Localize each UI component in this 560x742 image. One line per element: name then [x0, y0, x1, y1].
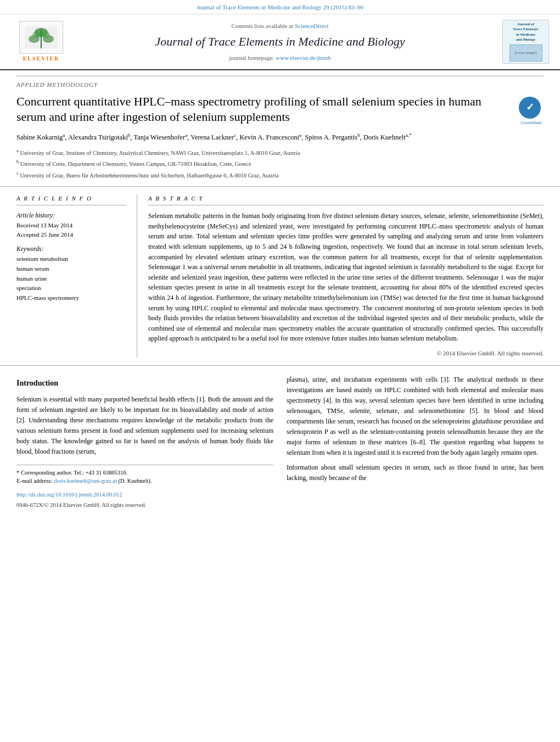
- footnote-section: * Corresponding author. Tel.: +43 31 638…: [16, 465, 273, 486]
- corresponding-note: * Corresponding author. Tel.: +43 31 638…: [16, 468, 273, 477]
- svg-point-6: [40, 31, 50, 38]
- article-info-label: A R T I C L E I N F O: [16, 194, 127, 205]
- journal-title: Journal of Trace Elements in Medicine an…: [71, 34, 489, 51]
- intro-paragraph-1: Selenium is essential with many purporte…: [16, 394, 273, 457]
- elsevier-logo-area: ELSEVIER: [11, 21, 71, 63]
- introduction-heading: Introduction: [16, 378, 273, 389]
- affiliation-b: b University of Crete, Department of Che…: [16, 158, 544, 168]
- abstract-column: A B S T R A C T Selenium metabolic patte…: [137, 194, 544, 358]
- keywords-label: Keywords:: [16, 244, 127, 253]
- keyword-1: selenium metabolism: [16, 254, 127, 264]
- intro-paragraph-2: plasma), urine, and incubation experimen…: [287, 375, 544, 458]
- keywords-list: selenium metabolism human serum human ur…: [16, 254, 127, 303]
- body-left-col: Introduction Selenium is essential with …: [16, 375, 273, 509]
- doi-url[interactable]: http://dx.doi.org/10.1016/j.jtemb.2014.0…: [16, 492, 122, 498]
- journal-header: ELSEVIER Contents lists available at Sci…: [0, 14, 560, 70]
- journal-reference-text: Journal of Trace Elements in Medicine an…: [197, 4, 363, 10]
- elsevier-brand-text: ELSEVIER: [23, 55, 60, 63]
- keyword-5: HPLC-mass spectrometry: [16, 293, 127, 303]
- journal-thumbnail-area: Journal ofTrace Elementsin Medicineand B…: [489, 20, 549, 64]
- authors: Sabine Kokarniga, Alexandra Tsirigotakib…: [16, 131, 544, 143]
- elsevier-logo-svg: [22, 24, 60, 51]
- journal-homepage-link[interactable]: www.elsevier.de/jtemb: [276, 54, 331, 61]
- article-history-label: Article history:: [16, 211, 127, 220]
- crossmark-icon[interactable]: ✓: [519, 97, 541, 119]
- doi-link[interactable]: http://dx.doi.org/10.1016/j.jtemb.2014.0…: [16, 491, 273, 499]
- keyword-4: speciation: [16, 283, 127, 293]
- main-content: Introduction Selenium is essential with …: [0, 366, 560, 518]
- journal-header-center: Contents lists available at ScienceDirec…: [71, 22, 489, 63]
- article-history: Article history: Received 13 May 2014 Ac…: [16, 211, 127, 239]
- keyword-3: human urine: [16, 274, 127, 284]
- keyword-2: human serum: [16, 264, 127, 274]
- affiliation-c: c University of Graz, Buero für Arbeitne…: [16, 170, 544, 180]
- received-date: Received 13 May 2014: [16, 221, 127, 230]
- affiliation-a: a University of Graz, Institute of Chemi…: [16, 147, 544, 157]
- abstract-label: A B S T R A C T: [148, 194, 544, 205]
- article-info-abstract-section: A R T I C L E I N F O Article history: R…: [0, 187, 560, 366]
- email-link[interactable]: doris.kuehnelt@uni-graz.at: [54, 478, 117, 484]
- journal-thumbnail: Journal ofTrace Elementsin Medicineand B…: [502, 20, 549, 64]
- article-section: APPLIED METHODOLOGY Concurrent quantitat…: [0, 70, 560, 186]
- abstract-text: Selenium metabolic patterns in the human…: [148, 211, 544, 344]
- article-info-column: A R T I C L E I N F O Article history: R…: [16, 194, 137, 358]
- contents-line: Contents lists available at ScienceDirec…: [71, 22, 489, 30]
- copyright-footer: 0946-672X/© 2014 Elsevier GmbH. All righ…: [16, 501, 273, 510]
- article-title: Concurrent quantitative HPLC–mass spectr…: [16, 94, 513, 125]
- crossmark-area[interactable]: ✓ CrossMark: [519, 97, 544, 126]
- accepted-date: Accepted 25 June 2014: [16, 230, 127, 239]
- article-section-label: APPLIED METHODOLOGY: [16, 76, 544, 89]
- intro-paragraph-3: Information about small selenium species…: [287, 462, 544, 483]
- body-two-col: Introduction Selenium is essential with …: [16, 375, 544, 509]
- affiliations: a University of Graz, Institute of Chemi…: [16, 147, 544, 180]
- journal-reference-bar: Journal of Trace Elements in Medicine an…: [0, 0, 560, 14]
- abstract-copyright: © 2014 Elsevier GmbH. All rights reserve…: [148, 349, 544, 358]
- article-title-row: Concurrent quantitative HPLC–mass spectr…: [16, 94, 544, 126]
- sciencedirect-link[interactable]: ScienceDirect: [295, 23, 329, 29]
- journal-homepage: journal homepage: www.elsevier.de/jtemb: [71, 54, 489, 62]
- body-right-col: plasma), urine, and incubation experimen…: [287, 375, 544, 509]
- keywords-group: Keywords: selenium metabolism human seru…: [16, 244, 127, 303]
- email-note: E-mail address: doris.kuehnelt@uni-graz.…: [16, 477, 273, 486]
- elsevier-logo-box: [19, 21, 63, 54]
